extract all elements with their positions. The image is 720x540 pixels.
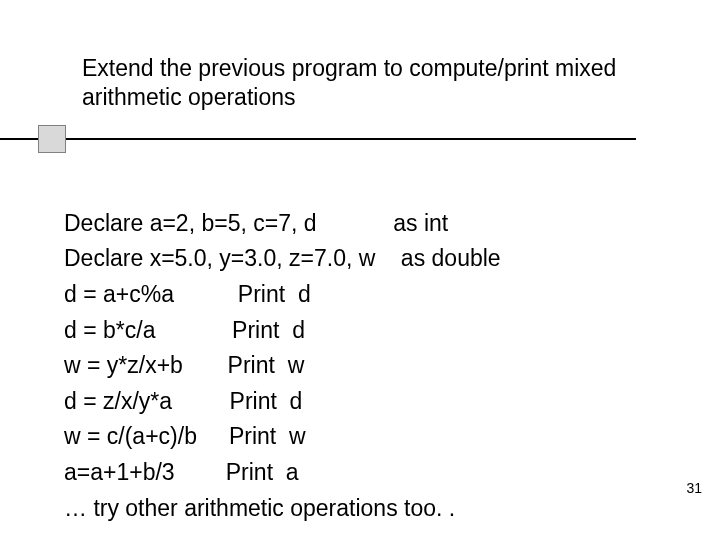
content-line: … try other arithmetic operations too. . <box>64 495 455 521</box>
content-line: w = y*z/x+b Print w <box>64 352 304 378</box>
page-number: 31 <box>686 480 702 496</box>
slide-title: Extend the previous program to compute/p… <box>82 54 642 112</box>
title-underline <box>0 138 636 140</box>
title-block: Extend the previous program to compute/p… <box>82 54 642 112</box>
content-line: Declare a=2, b=5, c=7, d as int <box>64 210 448 236</box>
content-line: Declare x=5.0, y=3.0, z=7.0, w as double <box>64 245 501 271</box>
content-line: a=a+1+b/3 Print a <box>64 459 299 485</box>
content-line: w = c/(a+c)/b Print w <box>64 423 306 449</box>
accent-square <box>38 125 66 153</box>
content-block: Declare a=2, b=5, c=7, d as int Declare … <box>64 170 501 526</box>
slide: Extend the previous program to compute/p… <box>0 0 720 540</box>
content-line: d = z/x/y*a Print d <box>64 388 302 414</box>
content-line: d = b*c/a Print d <box>64 317 305 343</box>
content-line: d = a+c%a Print d <box>64 281 311 307</box>
